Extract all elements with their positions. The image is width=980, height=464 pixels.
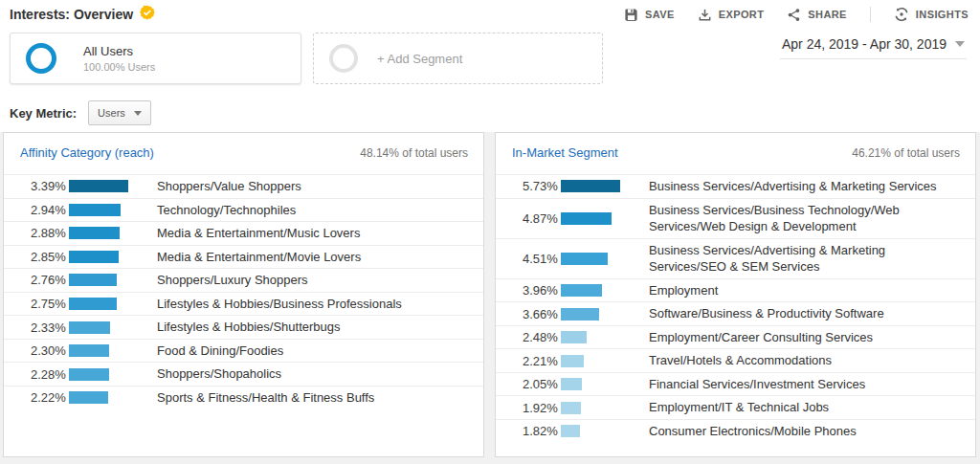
table-row: 5.73%Business Services/Advertising & Mar… [496, 174, 975, 198]
row-bar-track [561, 308, 620, 320]
row-label: Travel/Hotels & Accommodations [649, 352, 975, 369]
row-percent: 2.85% [4, 250, 69, 264]
table-row: 2.76%Shoppers/Luxury Shoppers [4, 268, 483, 292]
table-row: 2.75%Lifestyles & Hobbies/Business Profe… [4, 292, 483, 316]
save-label: SAVE [645, 9, 675, 20]
row-percent: 4.51% [496, 252, 561, 266]
row-bar-track [69, 344, 128, 357]
row-percent: 1.82% [496, 424, 561, 438]
segments-bar: All Users 100.00% Users + Add Segment Ap… [0, 25, 980, 84]
row-bar-track [561, 425, 620, 437]
in-market-segment-panel: In-Market Segment 46.21% of total users … [495, 132, 976, 457]
key-metric-value: Users [98, 107, 125, 119]
row-label: Financial Services/Investment Services [649, 376, 975, 393]
insights-label: INSIGHTS [916, 9, 969, 20]
in-market-total-users: 46.21% of total users [852, 146, 960, 160]
save-button[interactable]: SAVE [624, 8, 675, 22]
row-percent: 2.30% [4, 343, 69, 358]
segment-ring-icon [26, 43, 56, 74]
row-bar-track [561, 355, 620, 367]
row-bar-track [69, 251, 128, 263]
row-bar [561, 355, 584, 367]
row-bar [561, 284, 602, 297]
date-range-selector[interactable]: Apr 24, 2019 - Apr 30, 2019 [780, 33, 967, 59]
row-bar [561, 180, 620, 192]
add-segment-button[interactable]: + Add Segment [313, 33, 603, 84]
table-row: 2.48%Employment/Career Consulting Servic… [496, 325, 975, 349]
row-percent: 2.05% [496, 377, 561, 391]
row-percent: 3.66% [496, 307, 561, 321]
row-label: Sports & Fitness/Health & Fitness Buffs [157, 389, 483, 407]
row-percent: 2.21% [496, 354, 561, 368]
table-row: 2.85%Media & Entertainment/Movie Lovers [4, 245, 483, 269]
add-segment-label: + Add Segment [377, 52, 462, 66]
row-bar [69, 227, 120, 239]
page-title: Interests: Overview [10, 7, 133, 22]
add-segment-ring-icon [329, 44, 358, 73]
segment-all-users[interactable]: All Users 100.00% Users [10, 33, 301, 84]
row-label: Employment [649, 282, 975, 299]
row-label: Shoppers/Shopaholics [157, 365, 483, 383]
table-row: 2.28%Shoppers/Shopaholics [4, 362, 483, 386]
report-panels: Affinity Category (reach) 48.14% of tota… [0, 132, 980, 464]
row-bar-track [561, 180, 620, 192]
row-bar-track [561, 212, 620, 225]
row-bar-track [561, 253, 620, 265]
save-icon [624, 8, 638, 22]
table-row: 2.30%Food & Dining/Foodies [4, 339, 483, 363]
toolbar-divider [870, 7, 871, 22]
row-label: Technology/Technophiles [157, 202, 483, 219]
table-row: 2.94%Technology/Technophiles [4, 198, 483, 222]
row-label: Shoppers/Value Shoppers [157, 178, 483, 195]
row-bar [561, 212, 612, 225]
row-bar-track [561, 331, 620, 343]
key-metric-dropdown[interactable]: Users [88, 100, 151, 125]
chevron-down-icon [134, 111, 142, 116]
chevron-down-icon [955, 41, 965, 47]
row-bar-track [69, 391, 128, 404]
table-row: 1.82%Consumer Electronics/Mobile Phones [496, 419, 975, 443]
row-bar-track [69, 368, 128, 381]
row-bar [561, 402, 581, 414]
segment-title: All Users [83, 44, 155, 58]
row-percent: 5.73% [496, 179, 561, 193]
row-percent: 2.75% [4, 297, 69, 311]
row-percent: 4.87% [496, 211, 561, 226]
verified-badge-icon [140, 5, 155, 24]
row-label: Lifestyles & Hobbies/Business Profession… [157, 296, 483, 313]
row-label: Business Services/Business Technology/We… [649, 202, 975, 235]
table-row: 3.96%Employment [496, 278, 975, 302]
row-bar [69, 274, 117, 286]
share-label: SHARE [808, 9, 847, 20]
row-percent: 2.28% [4, 367, 69, 382]
row-bar [69, 298, 117, 310]
table-row: 2.22%Sports & Fitness/Health & Fitness B… [4, 386, 483, 409]
in-market-panel-title-link[interactable]: In-Market Segment [512, 145, 618, 160]
report-toolbar: Interests: Overview SAVE [0, 0, 980, 25]
table-row: 2.88%Media & Entertainment/Music Lovers [4, 221, 483, 245]
row-bar-track [561, 284, 620, 297]
row-bar-track [561, 378, 620, 390]
row-bar [69, 180, 128, 192]
row-bar-track [69, 321, 128, 334]
date-range-text: Apr 24, 2019 - Apr 30, 2019 [782, 36, 947, 52]
row-bar [69, 391, 108, 404]
insights-button[interactable]: INSIGHTS [894, 7, 969, 22]
table-row: 3.39%Shoppers/Value Shoppers [4, 174, 483, 198]
export-button[interactable]: EXPORT [698, 8, 765, 22]
row-label: Employment/IT & Technical Jobs [649, 399, 975, 416]
row-bar [561, 378, 582, 390]
row-label: Software/Business & Productivity Softwar… [649, 305, 975, 322]
affinity-panel-title-link[interactable]: Affinity Category (reach) [20, 145, 154, 160]
table-row: 2.05%Financial Services/Investment Servi… [496, 372, 975, 396]
share-button[interactable]: SHARE [787, 8, 847, 22]
table-row: 1.92%Employment/IT & Technical Jobs [496, 395, 975, 419]
row-percent: 2.76% [4, 273, 69, 287]
row-bar-track [69, 204, 128, 216]
key-metric-bar: Key Metric: Users [0, 84, 980, 126]
table-row: 2.21%Travel/Hotels & Accommodations [496, 348, 975, 372]
share-icon [787, 8, 801, 22]
row-label: Media & Entertainment/Movie Lovers [157, 249, 483, 266]
row-label: Media & Entertainment/Music Lovers [157, 225, 483, 242]
in-market-table: 5.73%Business Services/Advertising & Mar… [496, 174, 975, 443]
